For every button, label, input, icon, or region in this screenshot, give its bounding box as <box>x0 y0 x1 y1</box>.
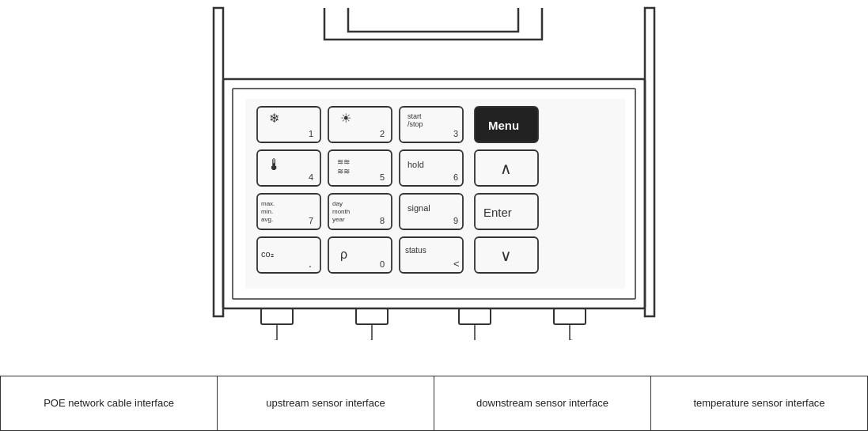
svg-text:∨: ∨ <box>500 247 512 264</box>
svg-text:max.: max. <box>261 200 275 207</box>
svg-text:8: 8 <box>380 216 385 225</box>
svg-text:7: 7 <box>309 216 313 225</box>
label-downstream-sensor: downstream sensor interface <box>434 376 651 430</box>
svg-text:start: start <box>407 112 422 120</box>
svg-rect-0 <box>214 8 223 316</box>
label-upstream-sensor: upstream sensor interface <box>218 376 434 430</box>
svg-text:∧: ∧ <box>500 160 512 177</box>
svg-text:🌡: 🌡 <box>267 156 282 173</box>
svg-text:5: 5 <box>380 172 385 182</box>
label-temperature-sensor: temperature sensor interface <box>651 376 867 430</box>
svg-text:9: 9 <box>453 216 458 225</box>
svg-text:❄: ❄ <box>269 112 279 125</box>
temperature-sensor-label: temperature sensor interface <box>693 397 824 410</box>
svg-text:month: month <box>332 208 350 215</box>
svg-rect-55 <box>261 308 293 324</box>
svg-text:≋≋: ≋≋ <box>337 157 350 166</box>
svg-rect-57 <box>459 308 491 324</box>
svg-text:Enter: Enter <box>483 206 512 219</box>
svg-text:2: 2 <box>380 129 385 138</box>
downstream-sensor-label: downstream sensor interface <box>476 397 608 410</box>
svg-text:Menu: Menu <box>488 119 519 132</box>
poe-network-label: POE network cable interface <box>44 397 174 410</box>
svg-text:day: day <box>332 200 343 207</box>
svg-text:<: < <box>453 258 460 270</box>
labels-area: POE network cable interface upstream sen… <box>0 376 868 431</box>
svg-text:ρ: ρ <box>340 248 347 261</box>
svg-text:status: status <box>405 246 426 255</box>
svg-text:co₂: co₂ <box>261 249 274 259</box>
svg-rect-58 <box>554 308 586 324</box>
svg-text:1: 1 <box>309 129 313 138</box>
svg-text:avg.: avg. <box>261 216 273 223</box>
svg-text:.: . <box>309 257 312 270</box>
svg-text:/stop: /stop <box>407 120 423 128</box>
svg-text:hold: hold <box>407 160 424 169</box>
label-poe-network: POE network cable interface <box>1 376 218 430</box>
svg-text:☀: ☀ <box>340 112 351 125</box>
device-diagram: ❄ 1 ☀ 2 start /stop 3 Menu 🌡 4 ≋≋ ≋≋ 5 h… <box>0 0 868 340</box>
svg-text:≋≋: ≋≋ <box>337 167 350 176</box>
svg-rect-56 <box>356 308 388 324</box>
svg-text:3: 3 <box>453 129 458 138</box>
svg-text:signal: signal <box>407 203 430 213</box>
svg-text:year: year <box>332 216 345 223</box>
svg-text:min.: min. <box>261 208 273 215</box>
main-container: ❄ 1 ☀ 2 start /stop 3 Menu 🌡 4 ≋≋ ≋≋ 5 h… <box>0 0 868 431</box>
svg-text:6: 6 <box>453 172 458 182</box>
svg-rect-1 <box>645 8 654 316</box>
svg-text:4: 4 <box>309 172 313 182</box>
upstream-sensor-label: upstream sensor interface <box>266 397 385 410</box>
svg-text:0: 0 <box>380 259 385 269</box>
